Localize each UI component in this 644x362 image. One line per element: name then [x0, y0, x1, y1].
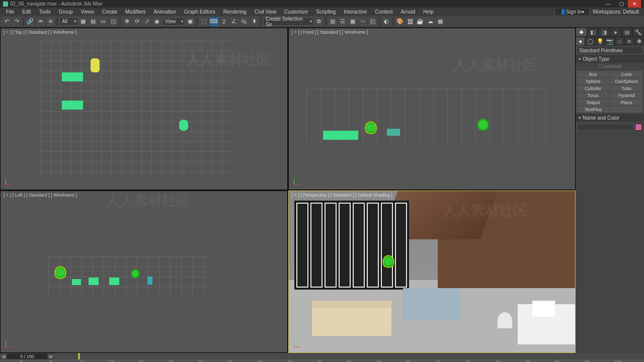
menu-animation[interactable]: Animation — [150, 8, 180, 16]
menu-rendering[interactable]: Rendering — [219, 8, 251, 16]
select-name-button[interactable]: ▤ — [89, 17, 98, 26]
cylinder-button[interactable]: Cylinder — [577, 85, 610, 92]
geosphere-button[interactable]: GeoSphere — [610, 78, 643, 84]
redo-button[interactable]: ↷ — [12, 17, 21, 26]
sign-in-button[interactable]: 👤 Sign In ▾ — [554, 9, 590, 15]
time-marker[interactable] — [78, 353, 80, 359]
keyboard-shortcut-button[interactable]: ⌨ — [209, 17, 218, 26]
hierarchy-tab[interactable]: ◨ — [598, 28, 610, 37]
unlink-button[interactable]: ⚮ — [36, 17, 45, 26]
select-button[interactable]: ▦ — [78, 17, 88, 26]
viewport-perspective[interactable]: [ + ] [ Perspective ] [ Standard ] [ Def… — [288, 191, 576, 353]
render-last-button[interactable]: ▦ — [436, 17, 445, 26]
menu-graph-editors[interactable]: Graph Editors — [180, 8, 219, 16]
manipulate-button[interactable]: ⬚ — [199, 17, 208, 26]
systems-tab[interactable]: ✱ — [634, 37, 644, 46]
selection-filter-dropdown[interactable]: All — [59, 18, 77, 26]
layers-button[interactable]: ☰ — [338, 17, 347, 26]
pivot-button[interactable]: ▣ — [186, 17, 195, 26]
render-button[interactable]: ☕ — [416, 17, 425, 26]
menu-file[interactable]: File — [2, 8, 18, 16]
named-selection-dropdown[interactable]: Create Selection Se — [263, 18, 313, 26]
menu-interactive[interactable]: Interactive — [340, 8, 371, 16]
spacewarps-tab[interactable]: ≋ — [624, 37, 634, 46]
bind-button[interactable]: ≋ — [46, 17, 55, 26]
menu-modifiers[interactable]: Modifiers — [121, 8, 150, 16]
cameras-tab[interactable]: 📷 — [605, 37, 614, 46]
rotate-button[interactable]: ⟳ — [132, 17, 141, 26]
viewport-label[interactable]: [ + ] [ Left ] [ Standard ] [ Wireframe … — [4, 193, 77, 198]
menu-views[interactable]: Views — [77, 8, 99, 16]
toggle-ribbon-button[interactable]: ▦ — [348, 17, 357, 26]
viewport-top[interactable]: [ + ] [ Top ] [ Standard ] [ Wireframe ] — [0, 28, 288, 190]
render-online-button[interactable]: ☁ — [426, 17, 435, 26]
textplus-button[interactable]: TextPlus — [577, 106, 610, 113]
scale-button[interactable]: ⤢ — [142, 17, 151, 26]
geometry-tab[interactable]: ● — [576, 37, 585, 46]
mirror-button[interactable]: ⧉ — [314, 17, 324, 26]
rect-select-button[interactable]: ▭ — [99, 17, 108, 26]
maximize-button[interactable]: ▢ — [615, 0, 628, 8]
menu-edit[interactable]: Edit — [18, 8, 35, 16]
primitives-dropdown[interactable]: Standard Primitives — [577, 46, 643, 54]
autogrid-checkbox[interactable]: ☐ AutoGrid — [576, 63, 644, 70]
menu-arnold[interactable]: Arnold — [396, 8, 419, 16]
cone-button[interactable]: Cone — [610, 71, 643, 77]
viewport-left[interactable]: [ + ] [ Left ] [ Standard ] [ Wireframe … — [0, 191, 288, 353]
pyramid-button[interactable]: Pyramid — [610, 92, 643, 99]
window-crossing-button[interactable]: ◫ — [109, 17, 118, 26]
snap-percent-button[interactable]: % — [239, 17, 249, 26]
menu-civil-view[interactable]: Civil View — [251, 8, 280, 16]
tube-button[interactable]: Tube — [610, 85, 643, 92]
viewport-label[interactable]: [ + ] [ Perspective ] [ Standard ] [ Def… — [292, 193, 392, 198]
align-button[interactable]: ▥ — [328, 17, 337, 26]
snap-2-button[interactable]: 2 — [219, 17, 228, 26]
time-ruler[interactable]: 0510152025303540455055606570758085909510… — [0, 359, 644, 362]
time-slider[interactable] — [54, 353, 644, 359]
shapes-tab[interactable]: ◯ — [585, 37, 595, 46]
plant-object[interactable] — [365, 122, 376, 134]
modify-tab[interactable]: ◧ — [587, 28, 599, 37]
snap-angle-button[interactable]: ∠ — [229, 17, 238, 26]
plant-object[interactable] — [131, 269, 139, 278]
create-tab[interactable]: ✚ — [576, 28, 587, 37]
menu-help[interactable]: Help — [419, 8, 438, 16]
close-button[interactable]: ✕ — [628, 0, 641, 8]
menu-create[interactable]: Create — [98, 8, 121, 16]
viewport-front[interactable]: [ + ] [ Front ] [ Standard ] [ Wireframe… — [288, 28, 576, 190]
plant-object[interactable] — [477, 119, 489, 131]
minimize-button[interactable]: — — [602, 0, 615, 8]
name-color-rollout[interactable]: Name and Color — [576, 114, 644, 122]
torus-button[interactable]: Torus — [577, 92, 610, 99]
menu-scripting[interactable]: Scripting — [312, 8, 340, 16]
object-name-input[interactable] — [577, 124, 634, 131]
spinner-snap-button[interactable]: ⬍ — [250, 17, 259, 26]
teapot-button[interactable]: Teapot — [577, 99, 610, 106]
material-editor-button[interactable]: ◐ — [382, 17, 391, 26]
object-type-rollout[interactable]: Object Type — [576, 55, 644, 63]
menu-content[interactable]: Content — [371, 8, 396, 16]
menu-tools[interactable]: Tools — [35, 8, 54, 16]
helpers-tab[interactable]: ◇ — [615, 37, 624, 46]
time-prev[interactable]: ◂ — [1, 354, 7, 359]
menu-group[interactable]: Group — [55, 8, 77, 16]
undo-button[interactable]: ↶ — [2, 17, 11, 26]
plant-object[interactable] — [383, 255, 394, 267]
render-setup-button[interactable]: 🎨 — [395, 17, 405, 26]
move-button[interactable]: ✥ — [122, 17, 131, 26]
render-frame-button[interactable]: 🖼 — [406, 17, 415, 26]
time-next[interactable]: ▸ — [48, 354, 54, 359]
sphere-button[interactable]: Sphere — [577, 78, 610, 84]
lights-tab[interactable]: 💡 — [595, 37, 605, 46]
plant-object[interactable] — [55, 266, 66, 279]
object-color-swatch[interactable] — [635, 124, 642, 131]
viewport-label[interactable]: [ + ] [ Front ] [ Standard ] [ Wireframe… — [292, 30, 368, 35]
utilities-tab[interactable]: 🔧 — [632, 28, 644, 37]
display-tab[interactable]: ▤ — [621, 28, 633, 37]
schematic-button[interactable]: ⿻ — [368, 17, 377, 26]
viewport-label[interactable]: [ + ] [ Top ] [ Standard ] [ Wireframe ] — [4, 30, 76, 35]
placement-button[interactable]: ◉ — [152, 17, 162, 26]
ref-coord-dropdown[interactable]: View — [163, 18, 185, 26]
curve-editor-button[interactable]: 〰 — [358, 17, 367, 26]
motion-tab[interactable]: ● — [610, 28, 621, 37]
